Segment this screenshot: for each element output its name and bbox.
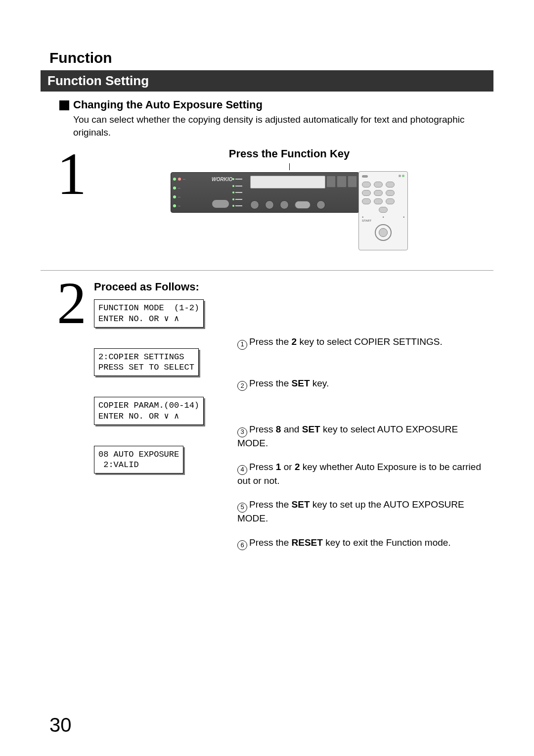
pointer-line-icon	[94, 163, 485, 170]
panel-mode-icon	[348, 176, 357, 188]
page-heading: Function	[49, 49, 485, 66]
circled-number-icon: 1	[237, 340, 247, 350]
square-bullet-icon	[59, 100, 69, 110]
step-1: 1 Press the Function Key — — — — WORKIO	[49, 147, 485, 261]
step1-title: Press the Function Key	[94, 147, 485, 160]
circled-number-icon: 4	[237, 465, 247, 475]
circled-number-icon: 3	[237, 427, 247, 437]
description-text: You can select whether the copying densi…	[73, 113, 485, 139]
panel-mode-icon	[326, 176, 336, 188]
circled-number-icon: 5	[237, 503, 247, 513]
instruction-2: 2Press the SET key.	[237, 378, 485, 391]
instruction-4: 4Press 1 or 2 key whether Auto Exposure …	[237, 461, 485, 487]
divider	[41, 270, 493, 271]
panel-round-button-icon	[280, 200, 289, 209]
subheading: Changing the Auto Exposure Setting	[73, 98, 263, 111]
instruction-5: 5Press the SET key to set up the AUTO EX…	[237, 499, 485, 524]
lcd-box-1: FUNCTION MODE (1-2) ENTER NO. OR ∨ ∧	[94, 299, 204, 328]
circled-number-icon: 2	[237, 381, 247, 391]
step2-title: Proceed as Follows:	[94, 281, 485, 293]
step-2: 2 Proceed as Follows: FUNCTION MODE (1-2…	[49, 277, 485, 550]
step-number-2: 2	[49, 280, 94, 327]
instruction-1: 1Press the 2 key to select COPIER SETTIN…	[237, 336, 485, 349]
panel-oval-button-icon	[295, 201, 311, 209]
start-button-icon	[375, 224, 392, 241]
circled-number-icon: 6	[237, 540, 247, 550]
panel-lcd-icon	[250, 176, 325, 189]
control-panel-illustration: — — — — WORKIO	[171, 172, 408, 261]
step-number-1: 1	[49, 150, 94, 198]
lcd-box-4: 08 AUTO EXPOSURE 2:VALID	[94, 446, 183, 474]
panel-round-button-icon	[265, 200, 274, 209]
instruction-list: 1Press the 2 key to select COPIER SETTIN…	[237, 298, 485, 550]
page-number: 30	[49, 714, 72, 736]
panel-keypad: ●●● START	[358, 171, 408, 250]
panel-brand: WORKIO	[212, 177, 232, 182]
lcd-box-2: 2:COPIER SETTINGS PRESS SET TO SELECT	[94, 348, 199, 377]
panel-knob-icon	[212, 199, 229, 208]
start-label: START	[362, 219, 404, 222]
section-bar: Function Setting	[41, 70, 493, 92]
lcd-box-3: COPIER PARAM.(00-14) ENTER NO. OR ∨ ∧	[94, 397, 204, 425]
panel-mode-icon	[337, 176, 346, 188]
panel-round-button-icon	[316, 200, 325, 209]
panel-main: — — — — WORKIO	[171, 172, 359, 213]
instruction-3: 3Press 8 and SET key to select AUTO EXPO…	[237, 424, 485, 449]
panel-round-button-icon	[250, 200, 259, 209]
instruction-6: 6Press the RESET key to exit the Functio…	[237, 537, 485, 550]
